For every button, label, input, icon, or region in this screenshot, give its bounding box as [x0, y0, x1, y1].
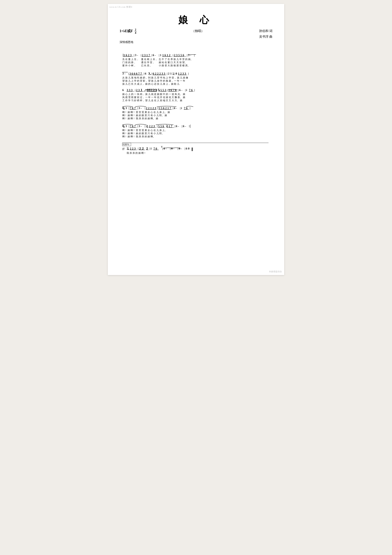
svg-text:啊！     娘     啊！     我         : 啊！ 娘 啊！ 我 亲 亲 的 娘 啊。	[122, 135, 155, 138]
svg-text:通 往 学   堂，: 通 往 学 堂，	[141, 61, 155, 64]
tempo-note: 深情感恩地	[120, 40, 272, 44]
svg-text:î: î	[150, 147, 152, 150]
svg-text:2 2 1 2 3: 2 2 1 2 3	[146, 107, 156, 110]
svg-text:|: |	[128, 72, 129, 75]
svg-text:|: |	[157, 124, 157, 128]
svg-text:fff: fff	[122, 147, 125, 150]
svg-text:啊！     娘     啊！     娘 的 眼 里   : 啊！ 娘 啊！ 娘 的 眼 里 只 有 小 儿 郎。	[122, 132, 164, 135]
svg-text:我      亲 亲    的  娘     啊！: 我 亲 亲 的 娘 啊！	[127, 152, 146, 154]
svg-text:已  长  高，: 已 长 高，	[141, 64, 152, 67]
svg-text:|: |	[151, 72, 152, 75]
svg-text:|: |	[167, 72, 167, 75]
svg-text:|: |	[159, 54, 159, 57]
svg-text:啊！     娘     啊！     受 苦 受    累: 啊！ 娘 啊！ 受 苦 受 累 全 心 在 儿 身 上。 娘	[122, 111, 170, 114]
svg-text:î: î	[186, 88, 187, 92]
svg-text:门  前 的  路，: 门 前 的 路，	[122, 61, 136, 64]
watermark-top: www.k√√8.com 简谱8	[109, 6, 132, 8]
svg-point-122	[167, 127, 168, 128]
song-title: 娘 心	[120, 14, 272, 26]
svg-text:6 2 2 2 3 3: 6 2 2 2 3 3	[153, 72, 165, 75]
svg-text:|: |	[137, 124, 138, 128]
svg-text:7 6 7: 7 6 7	[130, 107, 136, 110]
svg-text:2 3 5 5 6: 2 3 5 5 6	[174, 54, 184, 57]
svg-text:娘  心 上 的  一 块 肉，  孩 儿  就 是 娘  : 娘 心 上 的 一 块 肉， 孩 儿 就 是 娘 眼 中 的 一 道 风 光。 …	[122, 93, 185, 95]
svg-text:3  -: 3 -	[188, 54, 191, 57]
svg-text:|: |	[194, 54, 195, 57]
svg-text:6  -: 6 -	[176, 124, 179, 128]
svg-text:|: |	[167, 88, 168, 92]
svg-text:|: |	[145, 124, 145, 128]
svg-text:5 5 6: 5 5 6	[158, 124, 164, 128]
svg-text:|: |	[138, 147, 138, 150]
svg-text:啊！     娘     啊！     娘 的 眼 里  只: 啊！ 娘 啊！ 娘 的 眼 里 只 有 小 儿 郎。 娘	[122, 114, 167, 117]
svg-text:1 2 3 3: 1 2 3 3	[178, 72, 186, 75]
svg-text:2 3 1̣: 2 3 1̣	[136, 88, 143, 92]
svg-text:瓜 在 蔓 上  生，: 瓜 在 蔓 上 生，	[122, 58, 139, 61]
svg-text:娘 站 在 窗 口  天 天 张    望。: 娘 站 在 窗 口 天 天 张 望。	[159, 61, 187, 64]
svg-text:2 1 2: 2 1 2	[168, 72, 174, 75]
svg-text:窗 外 小   树，: 窗 外 小 树，	[122, 64, 136, 67]
svg-text:蔓 在 根 上  长，: 蔓 在 根 上 长，	[141, 58, 157, 61]
svg-text:7 6 7: 7 6 7	[130, 124, 136, 128]
svg-text:0: 0	[176, 72, 177, 75]
svg-text:|: |	[162, 147, 163, 150]
svg-text:|: |	[170, 147, 171, 150]
svg-text:|: |	[135, 88, 135, 92]
sheet-music-page: www.k√√8.com 简谱8 娘 心 1=♭E或F 2 4 （独唱） 孙伯和…	[108, 4, 284, 275]
svg-text:6  0: 6 0	[186, 147, 190, 150]
svg-text:î: î	[181, 107, 182, 110]
svg-text:|: |	[128, 107, 129, 110]
svg-text:|: |	[150, 147, 150, 150]
svg-text:|: |	[187, 54, 187, 57]
svg-text:2 2 3: 2 2 3	[149, 124, 155, 128]
svg-text:|: |	[194, 88, 195, 92]
svg-text:1 6 1 2: 1 6 1 2	[162, 54, 170, 57]
svg-point-138	[128, 149, 129, 150]
svg-text::|: :|	[189, 124, 191, 128]
svg-text:3: 3	[125, 124, 127, 128]
svg-text:3 6 6 6 7 7: 3 6 6 6 7 7	[129, 72, 142, 75]
svg-point-65	[159, 91, 160, 91]
music-score-svg: text { font-family: "Times New Roman", "…	[120, 47, 272, 263]
svg-point-115	[147, 127, 148, 128]
svg-point-106	[124, 127, 125, 128]
svg-text:|: |	[173, 54, 173, 57]
svg-text:1 7: 1 7	[169, 124, 172, 128]
svg-point-82	[124, 109, 125, 110]
svg-text:|: |	[178, 147, 178, 150]
svg-text:|: |	[141, 54, 141, 57]
svg-text:|: |	[145, 88, 146, 92]
svg-text:|: |	[157, 107, 158, 110]
svg-text:1 6 2 3: 1 6 2 3	[123, 54, 132, 57]
svg-text:|: |	[134, 54, 134, 57]
svg-text:3  -: 3 -	[139, 124, 142, 128]
svg-text:3 3 3: 3 3 3	[127, 88, 133, 92]
svg-text:5 5 6 2 1 7: 5 5 6 2 1 7	[159, 107, 171, 110]
svg-text:3  -: 3 -	[135, 54, 138, 57]
svg-text:孩 儿 已 长 大    成 人，   娘 的 心 还 挂 : 孩 儿 已 长 大 成 人， 娘 的 心 还 挂 儿 身 上， 娘 盼 儿	[122, 83, 179, 85]
svg-text:|: |	[185, 147, 185, 150]
svg-text:忘 不 了 生 养  孩 儿 辛 苦 的  娘。: 忘 不 了 生 养 孩 儿 辛 苦 的 娘。	[159, 58, 193, 61]
watermark-bottom: 本曲谱提供自	[269, 270, 282, 273]
svg-text:3: 3	[125, 107, 127, 110]
svg-text:风 霜 雪 雨  窗 前 过，  一 年  一 年 花  开: 风 霜 雪 雨 窗 前 过， 一 年 一 年 花 开 花 谢 花 又 飘 香。 …	[122, 96, 185, 99]
svg-text:|: |	[173, 107, 173, 110]
svg-text:2̣: 2̣	[146, 147, 148, 150]
svg-text:|: |	[128, 124, 129, 128]
svg-point-59	[144, 91, 145, 91]
svg-text:6: 6	[122, 88, 124, 92]
svg-text:6  -: 6 -	[164, 147, 167, 150]
svg-text:2 2 3: 2 2 3	[130, 147, 136, 150]
svg-text:工 作 学 习    好 榜 样， 望 儿  走 在 人  : 工 作 学 习 好 榜 样， 望 儿 走 在 人 前 端 庄 又 大 方。 娘	[122, 99, 182, 102]
svg-text:5 6 7 6: 5 6 7 6	[168, 88, 177, 92]
svg-text:|: |	[175, 124, 175, 128]
svg-text:6  -: 6 -	[179, 147, 182, 150]
svg-text:7 6: 7 6	[153, 147, 157, 150]
svg-text:啊！     娘     啊！     我         : 啊！ 娘 啊！ 我 亲 亲 的 娘 啊。 娘	[122, 117, 158, 120]
svg-text:|: |	[157, 88, 157, 92]
svg-text:|: |	[145, 107, 145, 110]
svg-text:|: |	[185, 88, 185, 92]
svg-text:啊！     娘     啊！     受 苦 受 累  全: 啊！ 娘 啊！ 受 苦 受 累 全 心 在 儿 身 上。	[122, 129, 167, 132]
svg-text:|: |	[180, 107, 180, 110]
svg-point-44	[173, 74, 174, 75]
